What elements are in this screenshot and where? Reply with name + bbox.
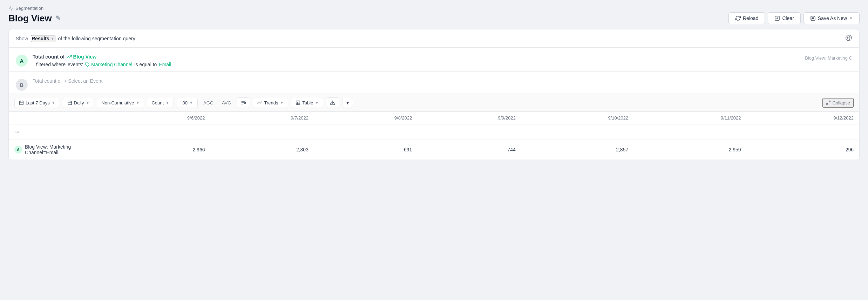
cell-4: 744 bbox=[418, 140, 521, 160]
results-dropdown[interactable]: Results ▼ bbox=[31, 35, 55, 42]
reload-button[interactable]: Reload bbox=[728, 12, 765, 24]
svg-line-25 bbox=[827, 103, 828, 104]
formula-icon bbox=[240, 100, 246, 105]
table-button[interactable]: Table ▼ bbox=[291, 98, 323, 108]
operator-text: is equal to bbox=[134, 62, 157, 67]
results-chevron-icon: ▼ bbox=[51, 36, 55, 41]
cell-7: 296 bbox=[747, 140, 859, 160]
cell-1: 2,966 bbox=[107, 140, 210, 160]
collapse-icon bbox=[826, 100, 831, 105]
trends-chevron: ▼ bbox=[280, 101, 284, 105]
segment-b-line1: Total count of + Select an Event bbox=[33, 78, 852, 84]
cell-6: 2,959 bbox=[634, 140, 746, 160]
breadcrumb: Segmentation bbox=[8, 6, 860, 11]
save-as-new-button[interactable]: Save As New ▼ bbox=[803, 12, 860, 24]
table-icon bbox=[296, 100, 300, 105]
more-chevron-icon: ▼ bbox=[345, 100, 350, 105]
count-button[interactable]: Count ▼ bbox=[147, 98, 174, 108]
filtered-where-text: filtered where bbox=[36, 62, 66, 67]
decimal-button[interactable]: .00 ▼ bbox=[177, 98, 198, 108]
date-range-button[interactable]: Last 7 Days ▼ bbox=[14, 98, 60, 108]
collapse-button[interactable]: Collapse bbox=[822, 98, 854, 108]
controls-container: Last 7 Days ▼ Daily ▼ Non-Cumulative ▼ C… bbox=[9, 94, 859, 112]
select-event-button[interactable]: + Select an Event bbox=[64, 78, 102, 84]
cell-3: 691 bbox=[314, 140, 418, 160]
save-chevron-icon: ▼ bbox=[849, 16, 853, 20]
agg-label: AGG bbox=[201, 98, 216, 108]
segment-a-row: A Total count of Blog View filtered wher… bbox=[9, 48, 859, 72]
col-header-date-5: 9/10/2022 bbox=[521, 112, 634, 124]
download-button[interactable] bbox=[326, 97, 339, 108]
svg-rect-10 bbox=[68, 101, 72, 105]
globe-button[interactable] bbox=[845, 34, 852, 42]
formula-button[interactable] bbox=[237, 97, 250, 108]
cell-2: 2,303 bbox=[210, 140, 314, 160]
header-actions: Reload Clear Save As New ▼ bbox=[728, 12, 860, 24]
svg-line-24 bbox=[829, 101, 830, 102]
cumulative-button[interactable]: Non-Cumulative ▼ bbox=[97, 98, 144, 108]
segment-a-line1: Total count of Blog View bbox=[33, 54, 800, 60]
segment-a-badge: A bbox=[16, 55, 28, 67]
interval-button[interactable]: Daily ▼ bbox=[63, 98, 94, 108]
show-label: Show bbox=[16, 36, 28, 41]
avg-label: AVG bbox=[219, 98, 234, 108]
table-row: A Blog View: Marketing Channel=Email 2,9… bbox=[9, 140, 859, 160]
event-link-a[interactable]: Blog View bbox=[67, 54, 97, 60]
cumulative-chevron: ▼ bbox=[136, 101, 140, 105]
col-header-date-3: 9/8/2022 bbox=[314, 112, 418, 124]
share-button[interactable]: ↪ bbox=[14, 129, 19, 135]
property-link-a[interactable]: Marketing Channel bbox=[85, 62, 133, 67]
calendar-icon bbox=[19, 100, 24, 105]
total-count-label-b: Total count of bbox=[33, 78, 62, 84]
trends-button[interactable]: Trends ▼ bbox=[253, 98, 288, 108]
col-header-date-4: 9/9/2022 bbox=[418, 112, 521, 124]
events-text: events' bbox=[68, 62, 83, 67]
query-text: of the following segmentation query: bbox=[58, 36, 137, 41]
interval-chevron: ▼ bbox=[86, 101, 89, 105]
value-link-a[interactable]: Email bbox=[159, 62, 171, 67]
trend-icon-a bbox=[67, 54, 72, 59]
svg-rect-19 bbox=[296, 101, 300, 105]
segment-a-filter-line: filtered where events' Marketing Channel… bbox=[33, 62, 800, 67]
col-header-label bbox=[9, 112, 107, 124]
col-header-date-7: 9/12/2022 bbox=[747, 112, 859, 124]
save-icon bbox=[810, 15, 816, 21]
data-table-container: 9/6/2022 9/7/2022 9/8/2022 9/9/2022 9/10… bbox=[9, 112, 859, 160]
segment-b-row: B Total count of + Select an Event bbox=[9, 72, 859, 94]
main-card: Show Results ▼ of the following segmenta… bbox=[8, 29, 860, 160]
table-chevron: ▼ bbox=[315, 101, 319, 105]
col-header-date-6: 9/11/2022 bbox=[634, 112, 746, 124]
row-label: A Blog View: Marketing Channel=Email bbox=[14, 144, 101, 155]
more-button[interactable]: ▼ bbox=[342, 98, 353, 108]
col-header-date-1: 9/6/2022 bbox=[107, 112, 210, 124]
segment-b-badge: B bbox=[16, 79, 28, 91]
segment-a-right-label: Blog View: Marketing C bbox=[805, 55, 852, 61]
clear-button[interactable]: Clear bbox=[768, 12, 800, 24]
edit-icon[interactable]: ✎ bbox=[55, 14, 61, 22]
page-title: Blog View ✎ bbox=[8, 13, 61, 24]
count-chevron: ▼ bbox=[165, 101, 169, 105]
data-table: 9/6/2022 9/7/2022 9/8/2022 9/9/2022 9/10… bbox=[9, 112, 859, 160]
cell-5: 2,857 bbox=[521, 140, 634, 160]
download-icon bbox=[330, 100, 335, 105]
interval-calendar-icon bbox=[67, 100, 72, 105]
date-range-chevron: ▼ bbox=[52, 101, 55, 105]
svg-rect-6 bbox=[20, 101, 23, 105]
segment-b-content: Total count of + Select an Event bbox=[33, 78, 852, 86]
tag-icon bbox=[85, 62, 90, 67]
segment-a-content: Total count of Blog View filtered where … bbox=[33, 54, 800, 67]
share-row: ↪ bbox=[9, 124, 859, 140]
plus-icon bbox=[774, 15, 780, 21]
query-bar: Show Results ▼ of the following segmenta… bbox=[9, 29, 859, 48]
row-badge-a: A bbox=[14, 146, 22, 154]
reload-icon bbox=[735, 15, 741, 21]
row-name: Blog View: Marketing Channel=Email bbox=[25, 144, 101, 155]
page-header: Blog View ✎ Reload Clear Save As New ▼ bbox=[8, 12, 860, 24]
total-count-label-a: Total count of bbox=[33, 54, 65, 60]
col-header-date-2: 9/7/2022 bbox=[210, 112, 314, 124]
decimal-chevron: ▼ bbox=[189, 101, 193, 105]
controls-row: Last 7 Days ▼ Daily ▼ Non-Cumulative ▼ C… bbox=[9, 94, 859, 112]
trends-icon bbox=[257, 100, 262, 105]
